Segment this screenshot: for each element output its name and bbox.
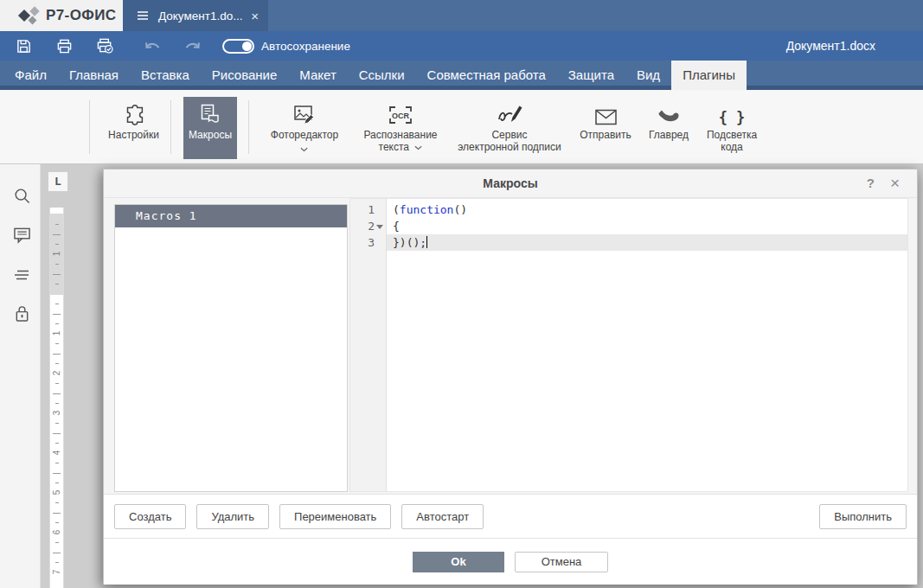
plugin-ocr-button[interactable]: OCR Распознавание текста xyxy=(353,97,448,159)
help-icon[interactable]: ? xyxy=(867,169,875,197)
comments-icon[interactable] xyxy=(12,226,31,245)
ribbon-separator xyxy=(89,100,90,154)
code-line-active: })(); xyxy=(387,234,907,251)
ruler-number: 5 xyxy=(52,486,61,499)
hamburger-icon[interactable] xyxy=(137,10,149,21)
print-button[interactable] xyxy=(51,31,77,61)
menu-tab-ссылки[interactable]: Ссылки xyxy=(348,61,416,90)
ruler-tick xyxy=(53,314,61,315)
search-icon[interactable] xyxy=(12,186,31,205)
ok-button[interactable]: Ok xyxy=(413,552,504,572)
document-tab[interactable]: Документ1.do... × xyxy=(123,0,268,31)
autostart-button[interactable]: Автостарт xyxy=(401,504,484,529)
plugin-glavred-button[interactable]: Главред xyxy=(640,97,697,159)
plugin-label: электронной подписи xyxy=(458,141,561,153)
puzzle-icon xyxy=(121,97,147,126)
redo-button[interactable] xyxy=(179,31,205,61)
dialog-header[interactable]: Макросы ? × xyxy=(104,169,917,198)
plugin-label: Главред xyxy=(649,129,689,141)
plugin-label: Настройки xyxy=(108,129,159,141)
ribbon-separator xyxy=(248,100,249,154)
autosave-label: Автосохранение xyxy=(261,40,350,53)
ruler-tick xyxy=(55,522,59,523)
ruler-number: 1 xyxy=(52,247,61,260)
photo-editor-icon xyxy=(292,97,317,126)
ruler-tick xyxy=(55,463,59,463)
plugin-settings-button[interactable]: Настройки xyxy=(97,97,170,159)
ruler-tick xyxy=(55,224,59,225)
document-tab-label: Документ1.do... xyxy=(158,10,242,22)
dialog-footer: Ok Отмена xyxy=(104,539,917,585)
logo-diamond-icon xyxy=(29,6,39,16)
close-icon[interactable]: × xyxy=(890,169,900,196)
line-number: 1 xyxy=(350,201,386,218)
ocr-icon: OCR xyxy=(387,97,414,126)
menu-tab-bar: ФайлГлавнаяВставкаРисованиеМакетСсылкиСо… xyxy=(0,61,923,90)
fold-arrow-icon[interactable] xyxy=(376,225,383,229)
ruler-tick xyxy=(55,423,59,424)
save-button[interactable] xyxy=(10,31,36,61)
menu-tab-макет[interactable]: Макет xyxy=(288,61,347,90)
editor-gutter: 1 2 3 xyxy=(350,199,387,491)
run-button[interactable]: Выполнить xyxy=(819,504,907,529)
document-name: Документ1.docx xyxy=(786,31,875,61)
code-line: (function() xyxy=(387,201,907,218)
lock-icon[interactable] xyxy=(12,304,31,323)
ruler-tick xyxy=(55,383,59,384)
ribbon-separator xyxy=(170,100,171,154)
plugin-code-highlight-button[interactable]: { } Подсветка кода xyxy=(697,97,766,159)
code-area[interactable]: (function() { })(); xyxy=(387,199,907,491)
plugin-esign-button[interactable]: Сервис электронной подписи xyxy=(448,97,571,159)
quick-print-button[interactable] xyxy=(92,31,118,61)
ruler-number: 4 xyxy=(52,446,61,459)
pipe-icon xyxy=(657,97,681,126)
ruler-tick xyxy=(55,323,59,324)
plugin-label: Подсветка xyxy=(707,129,757,141)
menu-tab-главная[interactable]: Главная xyxy=(58,61,130,90)
macro-list: Macros 1 xyxy=(114,204,348,492)
macro-list-item[interactable]: Macros 1 xyxy=(115,205,347,227)
ruler-tick xyxy=(53,234,61,235)
ruler-tick xyxy=(53,553,61,553)
plugin-photoeditor-button[interactable]: Фоторедактор xyxy=(256,97,353,159)
ruler-tick xyxy=(55,343,59,344)
undo-button[interactable] xyxy=(139,31,165,61)
menu-tab-плагины[interactable]: Плагины xyxy=(671,61,747,90)
vertical-ruler[interactable]: 11234567 xyxy=(49,208,64,588)
ruler-corner-tab-selector[interactable]: L xyxy=(48,171,68,192)
plugin-label: Распознавание xyxy=(363,129,437,141)
menu-tab-вид[interactable]: Вид xyxy=(625,61,671,90)
tab-close-icon[interactable]: × xyxy=(251,9,259,23)
plugin-label: кода xyxy=(721,141,742,153)
svg-text:OCR: OCR xyxy=(392,112,410,120)
cancel-button[interactable]: Отмена xyxy=(515,552,608,572)
macros-dialog: Макросы ? × Macros 1 1 2 3 (function() xyxy=(103,169,918,585)
dialog-title: Макросы xyxy=(104,169,917,197)
r7-office-app: Р7-ОФИС Документ1.do... × xyxy=(0,0,923,588)
navigation-icon[interactable] xyxy=(12,265,31,284)
line-number: 3 xyxy=(350,234,386,251)
left-panel-toolbar xyxy=(0,164,41,588)
delete-button[interactable]: Удалить xyxy=(196,504,269,529)
app-logo: Р7-ОФИС xyxy=(0,0,123,31)
menu-tab-файл[interactable]: Файл xyxy=(3,61,58,90)
autosave-toggle[interactable] xyxy=(222,39,254,54)
plugin-macros-button[interactable]: Макросы xyxy=(183,97,237,159)
rename-button[interactable]: Переименовать xyxy=(279,504,391,529)
braces-icon: { } xyxy=(719,97,746,126)
macro-actions-row: Создать Удалить Переименовать Автостарт … xyxy=(104,494,917,539)
code-editor[interactable]: 1 2 3 (function() { })(); xyxy=(349,198,908,492)
ruler-tick xyxy=(53,354,61,355)
ruler-tick xyxy=(53,473,61,474)
ruler-number: 7 xyxy=(52,566,61,578)
code-line: { xyxy=(387,218,907,234)
menu-tab-рисование[interactable]: Рисование xyxy=(201,61,289,90)
create-button[interactable]: Создать xyxy=(114,504,186,529)
plugin-send-button[interactable]: Отправить xyxy=(571,97,640,159)
menu-tab-вставка[interactable]: Вставка xyxy=(130,61,201,90)
menu-tab-защита[interactable]: Защита xyxy=(557,61,625,90)
signature-pen-icon xyxy=(496,97,523,126)
menu-tab-совместная-работа[interactable]: Совместная работа xyxy=(416,61,557,90)
titlebar: Р7-ОФИС Документ1.do... × xyxy=(0,0,923,31)
ruler-tick xyxy=(55,244,59,245)
